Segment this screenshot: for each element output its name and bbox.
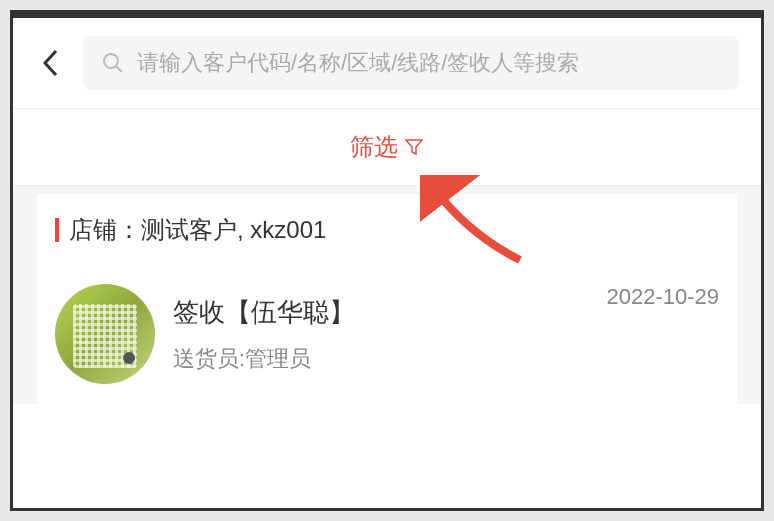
content: 店铺：测试客户, xkz001 签收【伍华聪】 送货员:管理员 2022-10-… (13, 186, 761, 404)
filter-icon (404, 137, 424, 157)
filter-bar: 筛选 (13, 109, 761, 186)
store-header: 店铺：测试客户, xkz001 (55, 214, 719, 246)
store-indicator (55, 218, 59, 242)
search-icon (101, 51, 125, 75)
store-card[interactable]: 店铺：测试客户, xkz001 签收【伍华聪】 送货员:管理员 2022-10-… (37, 194, 737, 404)
back-icon (41, 48, 61, 78)
record-info: 签收【伍华聪】 送货员:管理员 (173, 295, 588, 374)
filter-label: 筛选 (350, 131, 398, 163)
search-box[interactable] (83, 36, 739, 90)
record-date: 2022-10-29 (606, 284, 719, 310)
record-deliverer: 送货员:管理员 (173, 344, 588, 374)
svg-line-1 (116, 66, 122, 72)
filter-button[interactable]: 筛选 (350, 131, 424, 163)
search-input[interactable] (137, 50, 721, 76)
record-title: 签收【伍华聪】 (173, 295, 588, 330)
avatar (55, 284, 155, 384)
svg-point-0 (104, 54, 118, 68)
record-row[interactable]: 签收【伍华聪】 送货员:管理员 2022-10-29 (55, 284, 719, 384)
header (13, 18, 761, 109)
back-button[interactable] (35, 47, 67, 79)
store-label: 店铺：测试客户, xkz001 (69, 214, 326, 246)
